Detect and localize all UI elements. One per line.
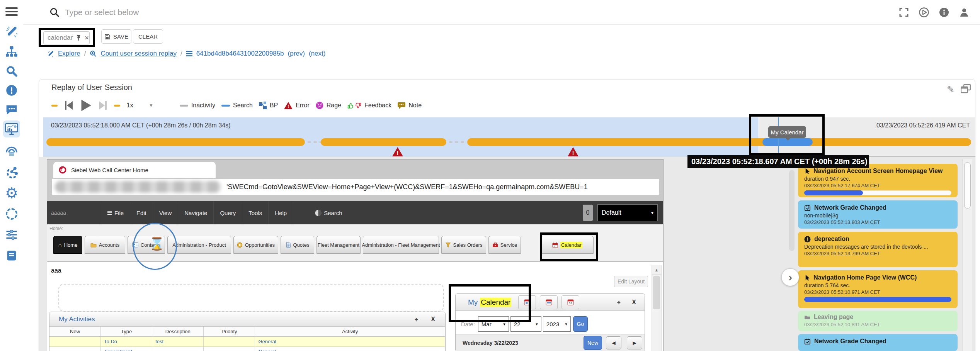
year-select[interactable]: 2023▾ [543, 316, 571, 332]
tab-fleet-management[interactable]: Fleet Management [316, 236, 361, 254]
tab-accounts[interactable]: Accounts [85, 236, 125, 254]
activity-segment[interactable] [321, 138, 446, 146]
day-select[interactable]: 22▾ [510, 316, 541, 332]
month-select[interactable]: Mar▾ [478, 316, 509, 332]
col-type[interactable]: Type [101, 327, 152, 336]
menu-edit[interactable]: Edit [130, 201, 153, 224]
col-new[interactable]: New [49, 327, 101, 336]
menu-file[interactable]: File [101, 201, 130, 224]
scroll-up-icon[interactable]: ▲ [652, 265, 661, 275]
activity-row[interactable]: Appointment General [49, 347, 445, 351]
sidebar-item-docs[interactable] [3, 247, 20, 264]
menu-help[interactable]: Help [268, 201, 293, 224]
breadcrumb-explore-link[interactable]: Explore [58, 50, 80, 58]
menu-tools[interactable]: Tools [242, 201, 268, 224]
sidebar-item-wizard[interactable] [3, 23, 20, 40]
event-card[interactable]: Leaving page 03/23/2023 05:52:10.891 AM … [798, 311, 958, 331]
skip-forward-button[interactable] [98, 100, 108, 110]
chip-remove-icon[interactable]: × [85, 34, 89, 42]
tab-opportunities[interactable]: Opportunities [233, 236, 278, 254]
event-card[interactable]: Navigation Home Page View (WCC) duration… [798, 270, 958, 308]
close-panel-icon[interactable]: X [431, 316, 435, 323]
siebel-search-button[interactable]: Search [309, 201, 349, 224]
popout-window-icon[interactable] [961, 84, 971, 95]
clear-button[interactable]: CLEAR [133, 29, 163, 44]
menu-query[interactable]: Query [213, 201, 242, 224]
notification-count-badge[interactable]: 0 [583, 205, 593, 221]
sidebar-item-monitoring[interactable] [3, 142, 20, 159]
event-card[interactable]: Navigation Account Screen Homepage View … [798, 164, 958, 197]
breadcrumb-session-id[interactable]: 641bd4d8b46431002200985b [196, 50, 284, 58]
col-priority[interactable]: Priority [204, 327, 255, 336]
sidebar-item-feedback[interactable] [3, 101, 20, 118]
playback-speed[interactable]: 1x [126, 102, 133, 109]
info-icon[interactable] [939, 7, 949, 17]
event-card[interactable]: Network Grade Changed non-mobile|3g 03/2… [798, 200, 958, 229]
skip-back-button[interactable] [64, 100, 74, 110]
top-bar [23, 0, 980, 25]
viewport-scrollbar-thumb[interactable] [789, 170, 795, 251]
play-circle-icon[interactable] [919, 7, 929, 17]
sidebar-item-search[interactable] [3, 63, 20, 80]
user-icon[interactable] [959, 7, 969, 17]
collapse-panel-icon[interactable]: ↕ [415, 316, 418, 323]
session-timeline[interactable]: 03/23/2023 05:52:18.000 AM CET (+00h 28m… [43, 117, 975, 157]
edit-pencil-icon[interactable]: ✎ [947, 84, 954, 95]
edit-layout-button[interactable]: Edit Layout [614, 276, 648, 287]
event-card[interactable]: Network Grade Changed [798, 334, 958, 351]
breadcrumb-next-link[interactable]: (next) [309, 50, 325, 58]
browser-url-bar[interactable]: 'SWECmd=GotoView&SWEView=Home+Page+View+… [52, 179, 659, 195]
events-sidebar-toggle[interactable]: › [781, 268, 799, 286]
menu-toggle-button[interactable] [3, 3, 20, 20]
error-marker-icon[interactable]: ! [567, 147, 579, 157]
tab-sales-orders[interactable]: Sales Orders [441, 236, 486, 254]
next-day-button[interactable]: ▶ [627, 336, 642, 349]
sidebar-item-alerts[interactable] [3, 82, 20, 99]
event-card[interactable]: deprecation Deprecation messages are sto… [798, 232, 958, 267]
sidebar-item-topology[interactable] [3, 164, 20, 181]
sidebar-item-session-replay[interactable] [3, 120, 20, 137]
queue-select[interactable]: Default ▾ [597, 204, 658, 221]
events-scrollbar-thumb[interactable] [964, 162, 971, 209]
tab-quotes[interactable]: Quotes [281, 236, 314, 254]
new-appointment-button[interactable]: New [584, 336, 602, 350]
activity-segment[interactable] [46, 138, 305, 146]
fullscreen-icon[interactable] [899, 7, 909, 17]
col-description[interactable]: Description [152, 327, 204, 336]
menu-navigate[interactable]: Navigate [178, 201, 213, 224]
breadcrumb-report-link[interactable]: Count user session replay [100, 50, 177, 58]
pin-icon[interactable] [76, 35, 82, 41]
tab-label: Sales Orders [453, 242, 483, 248]
monthly-view-button[interactable]: 31 [561, 295, 579, 309]
browser-tab[interactable]: Siebel Web Call Center Home [53, 162, 216, 178]
col-activity[interactable]: Activity [255, 327, 445, 336]
activity-segment[interactable] [467, 138, 971, 146]
siebel-watermark: aaaaa [51, 210, 66, 216]
breadcrumb-prev-link[interactable]: (prev) [288, 50, 305, 58]
events-scrollbar[interactable] [962, 159, 972, 351]
tab-home[interactable]: ⌂ Home [53, 236, 82, 254]
save-button[interactable]: SAVE [101, 29, 131, 44]
sidebar-item-hierarchy[interactable] [3, 43, 20, 60]
daily-view-button[interactable] [518, 295, 536, 309]
tab-service[interactable]: Service [488, 236, 521, 254]
tab-calendar[interactable]: Calendar [541, 236, 594, 254]
prev-day-button[interactable]: ◀ [606, 336, 621, 349]
activity-row[interactable]: To Do test General [49, 337, 445, 347]
global-search-input[interactable] [65, 8, 413, 17]
sidebar-item-tuning[interactable] [3, 226, 20, 243]
content-scrollbar[interactable]: ▲ [652, 265, 662, 351]
sidebar-item-scheduler[interactable] [3, 205, 20, 222]
speed-caret-icon[interactable]: ▼ [149, 103, 153, 108]
filter-chip-calendar[interactable]: calendar × [43, 31, 90, 44]
go-button[interactable]: Go [573, 316, 588, 332]
sidebar-item-settings[interactable]: ⚙ [3, 185, 20, 202]
weekly-view-button[interactable] [540, 295, 558, 309]
collapse-panel-icon[interactable]: ↕ [617, 299, 620, 306]
scrollbar-thumb[interactable] [653, 276, 660, 309]
close-panel-icon[interactable]: X [632, 299, 636, 306]
tab-admin-fleet[interactable]: Administration - Fleet Management [363, 236, 439, 254]
menu-view[interactable]: View [153, 201, 178, 224]
error-marker-icon[interactable]: ! [392, 147, 403, 157]
play-button[interactable] [80, 99, 92, 112]
